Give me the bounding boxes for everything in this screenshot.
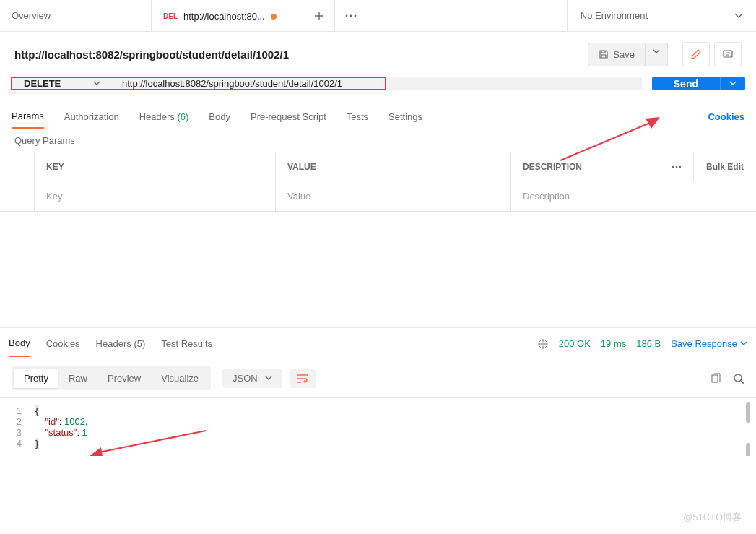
dots-icon	[672, 165, 682, 168]
tab-params[interactable]: Params	[12, 105, 44, 129]
tab-method-badge: DEL	[163, 12, 178, 20]
language-label: JSON	[233, 373, 258, 384]
response-tabs: Body Cookies Headers (5) Test Results 20…	[0, 327, 756, 359]
param-value-input[interactable]: Value	[276, 181, 511, 211]
search-icon	[733, 373, 744, 384]
url-input[interactable]: http://localhost:8082/springboot/student…	[112, 77, 386, 90]
status-size: 186 B	[636, 338, 661, 349]
tab-body[interactable]: Body	[209, 105, 230, 128]
view-visualize[interactable]: Visualize	[151, 369, 209, 388]
environment-label: No Environment	[581, 10, 648, 21]
edit-button[interactable]	[682, 42, 710, 66]
resp-tab-headers[interactable]: Headers (5)	[96, 331, 146, 356]
params-table: KEY VALUE DESCRIPTION Bulk Edit Key Valu…	[0, 152, 756, 212]
col-value: VALUE	[276, 152, 511, 181]
code-brace: }	[35, 438, 39, 449]
svg-point-6	[679, 165, 681, 168]
line-number: 2	[0, 416, 35, 427]
svg-point-5	[675, 165, 677, 168]
view-raw[interactable]: Raw	[58, 369, 97, 388]
tab-more-button[interactable]	[335, 0, 367, 31]
send-button[interactable]: Send	[652, 77, 720, 90]
param-desc-input[interactable]: Description	[511, 181, 756, 211]
resp-tab-cookies[interactable]: Cookies	[46, 331, 80, 356]
send-group: Send	[652, 77, 745, 90]
save-response-button[interactable]: Save Response	[671, 338, 747, 349]
svg-rect-8	[712, 375, 718, 382]
globe-icon[interactable]	[537, 338, 549, 350]
resp-headers-count: (5)	[134, 338, 145, 349]
method-label: DELETE	[24, 78, 61, 89]
method-selector[interactable]: DELETE	[11, 77, 112, 90]
svg-point-9	[734, 374, 742, 382]
chevron-down-icon	[734, 13, 743, 19]
copy-button[interactable]	[710, 373, 721, 384]
json-key: "id"	[45, 416, 58, 427]
url-text: http://localhost:8082/springboot/student…	[122, 78, 342, 89]
environment-selector[interactable]: No Environment	[567, 0, 756, 31]
language-selector[interactable]: JSON	[222, 369, 282, 388]
unsaved-dot-icon	[271, 14, 277, 20]
dots-icon	[345, 14, 357, 17]
json-value: 1	[82, 427, 87, 438]
params-header: KEY VALUE DESCRIPTION Bulk Edit	[0, 152, 756, 181]
tab-settings[interactable]: Settings	[388, 105, 422, 128]
request-title: http://localhost:8082/springboot/student…	[14, 48, 581, 61]
svg-point-4	[672, 165, 674, 168]
tab-overview[interactable]: Overview	[0, 0, 152, 31]
view-mode-tabs: Pretty Raw Preview Visualize	[12, 366, 211, 390]
params-empty-row[interactable]: Key Value Description	[0, 181, 756, 212]
tab-request[interactable]: DEL http://localhost:80...	[152, 0, 303, 31]
view-preview[interactable]: Preview	[97, 369, 151, 388]
tab-authorization[interactable]: Authorization	[64, 105, 119, 128]
tab-prerequest[interactable]: Pre-request Script	[251, 105, 326, 128]
request-tabs: Params Authorization Headers (6) Body Pr…	[0, 103, 756, 129]
resp-headers-label: Headers	[96, 338, 131, 349]
tab-bar: Overview DEL http://localhost:80... No E…	[0, 0, 756, 32]
svg-point-2	[355, 14, 357, 17]
copy-icon	[710, 373, 721, 384]
scrollbar[interactable]	[746, 402, 750, 423]
params-more-button[interactable]	[659, 152, 694, 181]
search-button[interactable]	[733, 373, 744, 384]
col-key: KEY	[35, 152, 276, 181]
save-button[interactable]: Save	[588, 43, 646, 66]
response-body[interactable]: 1{ 2 "id": 1002, 3 "status": 1 4}	[0, 398, 756, 456]
status-code: 200 OK	[559, 338, 591, 349]
save-dropdown[interactable]	[646, 43, 668, 66]
cookies-link[interactable]: Cookies	[708, 111, 744, 122]
view-row: Pretty Raw Preview Visualize JSON	[0, 359, 756, 398]
chevron-down-icon	[729, 81, 737, 86]
tab-overview-label: Overview	[12, 10, 51, 21]
pencil-icon	[690, 48, 702, 60]
save-icon	[599, 49, 609, 59]
json-value: 1002	[64, 416, 85, 427]
send-dropdown[interactable]	[720, 77, 745, 90]
new-tab-button[interactable]	[303, 0, 335, 31]
line-number: 3	[0, 427, 35, 438]
comment-icon	[722, 48, 734, 60]
bulk-edit-button[interactable]: Bulk Edit	[694, 152, 756, 181]
svg-point-1	[350, 14, 352, 17]
query-params-label: Query Params	[0, 129, 756, 152]
param-key-input[interactable]: Key	[35, 181, 276, 211]
chevron-down-icon	[653, 49, 660, 54]
save-label: Save	[613, 49, 635, 60]
save-response-label: Save Response	[671, 338, 737, 349]
tab-headers[interactable]: Headers (6)	[139, 105, 189, 128]
wrap-icon	[297, 374, 308, 384]
chevron-down-icon	[93, 81, 100, 86]
resp-tab-tests[interactable]: Test Results	[161, 331, 212, 356]
plus-icon	[314, 11, 324, 21]
code-brace: {	[35, 405, 39, 416]
view-pretty[interactable]: Pretty	[14, 369, 58, 388]
line-number: 4	[0, 438, 35, 449]
svg-point-0	[346, 14, 348, 17]
resp-tab-body[interactable]: Body	[9, 330, 30, 357]
tab-tests[interactable]: Tests	[347, 105, 368, 128]
json-key: "status"	[45, 427, 77, 438]
chevron-down-icon	[740, 341, 747, 346]
wrap-lines-button[interactable]	[290, 369, 316, 388]
scrollbar[interactable]	[746, 443, 750, 456]
comments-button[interactable]	[714, 42, 742, 66]
